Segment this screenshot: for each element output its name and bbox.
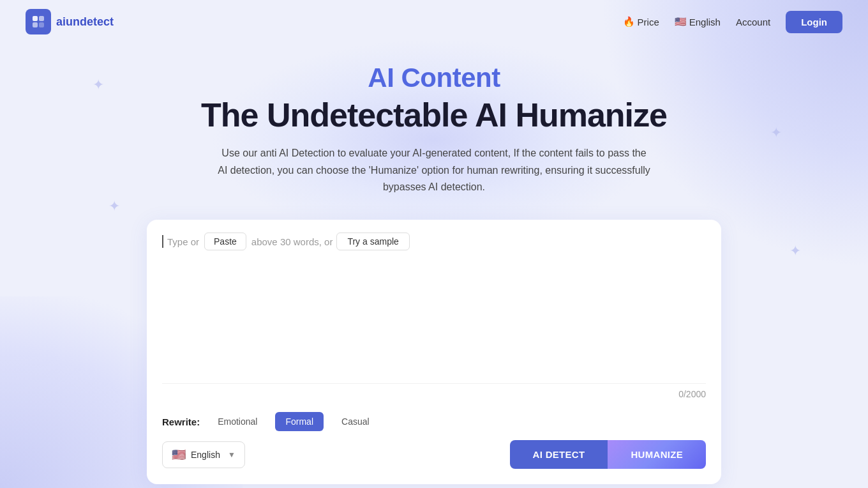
navbar: aiundetect 🔥 Price 🇺🇸 English Account Lo… — [0, 0, 868, 43]
language-select[interactable]: 🇺🇸 English ▼ — [162, 441, 245, 468]
flag-icon: 🇺🇸 — [675, 16, 687, 27]
hint-text: Type or — [167, 236, 199, 247]
svg-rect-0 — [33, 16, 38, 21]
action-buttons: AI DETECT HUMANIZE — [510, 440, 706, 469]
rewrite-formal-button[interactable]: Formal — [275, 412, 324, 431]
svg-rect-3 — [39, 22, 44, 27]
above-label: above 30 words, or — [251, 236, 333, 247]
svg-rect-2 — [33, 22, 38, 27]
text-input[interactable] — [162, 256, 706, 381]
fire-icon: 🔥 — [623, 16, 635, 27]
rewrite-row: Rewrite: Emotional Formal Casual — [162, 412, 706, 431]
rewrite-casual-button[interactable]: Casual — [331, 412, 380, 431]
sparkle-icon: ✦ — [789, 243, 801, 259]
humanize-button[interactable]: HUMANIZE — [608, 440, 706, 469]
paste-button[interactable]: Paste — [204, 233, 246, 250]
cursor-bar — [162, 235, 163, 248]
textarea-header: Type or Paste above 30 words, or Try a s… — [162, 233, 706, 251]
rewrite-emotional-button[interactable]: Emotional — [207, 412, 267, 431]
rewrite-label: Rewrite: — [162, 416, 200, 427]
hero-title: The Undetectable AI Humanize — [13, 97, 855, 133]
hero-description: Use our anti AI Detection to evaluate yo… — [217, 145, 651, 195]
char-count: 0/2000 — [162, 383, 706, 403]
nav-price-link[interactable]: 🔥 Price — [623, 16, 659, 27]
bottom-row: 🇺🇸 English ▼ AI DETECT HUMANIZE — [162, 440, 706, 469]
logo-icon — [26, 9, 51, 34]
nav-right: 🔥 Price 🇺🇸 English Account Login — [623, 11, 842, 33]
language-label: English — [191, 450, 220, 460]
nav-language-link[interactable]: 🇺🇸 English — [675, 16, 721, 27]
hero-subtitle: AI Content — [13, 63, 855, 93]
logo[interactable]: aiundetect — [26, 9, 114, 34]
editor-card: Type or Paste above 30 words, or Try a s… — [147, 220, 721, 484]
chevron-down-icon: ▼ — [228, 450, 236, 459]
ai-detect-button[interactable]: AI DETECT — [510, 440, 608, 469]
hero-section: AI Content The Undetectable AI Humanize … — [0, 43, 868, 206]
language-flag: 🇺🇸 — [172, 448, 186, 462]
try-sample-button[interactable]: Try a sample — [336, 233, 409, 250]
nav-account-link[interactable]: Account — [736, 17, 770, 27]
svg-rect-1 — [39, 16, 44, 21]
logo-text: aiundetect — [56, 15, 114, 29]
login-button[interactable]: Login — [786, 11, 842, 33]
